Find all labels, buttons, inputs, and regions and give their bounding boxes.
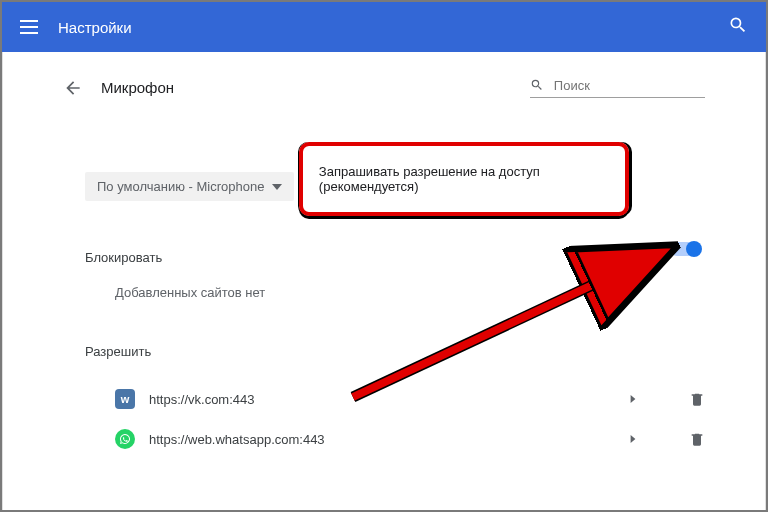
chevron-right-icon[interactable]	[629, 395, 637, 403]
menu-icon[interactable]	[20, 20, 38, 34]
dropdown-label: По умолчанию - Microphone	[97, 179, 264, 194]
allow-section-label: Разрешить	[85, 344, 705, 359]
site-url: https://web.whatsapp.com:443	[149, 432, 615, 447]
back-arrow-icon[interactable]	[63, 78, 83, 98]
app-title: Настройки	[58, 19, 132, 36]
permission-label: Запрашивать разрешение на доступ (рекоме…	[299, 142, 629, 216]
permission-toggle[interactable]	[670, 242, 700, 256]
block-section-label: Блокировать	[85, 250, 705, 265]
header-bar: Настройки	[2, 2, 766, 52]
block-empty-text: Добавленных сайтов нет	[85, 285, 705, 300]
chevron-down-icon	[272, 182, 282, 192]
allow-site-row: w https://vk.com:443	[85, 379, 705, 419]
vk-icon: w	[115, 389, 135, 409]
search-icon	[530, 77, 544, 93]
trash-icon[interactable]	[689, 431, 705, 447]
search-field[interactable]	[530, 77, 705, 98]
device-dropdown[interactable]: По умолчанию - Microphone	[85, 172, 294, 201]
trash-icon[interactable]	[689, 391, 705, 407]
page-title: Микрофон	[101, 79, 174, 96]
allow-site-row: https://web.whatsapp.com:443	[85, 419, 705, 459]
search-icon[interactable]	[728, 15, 748, 39]
chevron-right-icon[interactable]	[629, 435, 637, 443]
search-input[interactable]	[554, 78, 705, 93]
whatsapp-icon	[115, 429, 135, 449]
site-url: https://vk.com:443	[149, 392, 615, 407]
